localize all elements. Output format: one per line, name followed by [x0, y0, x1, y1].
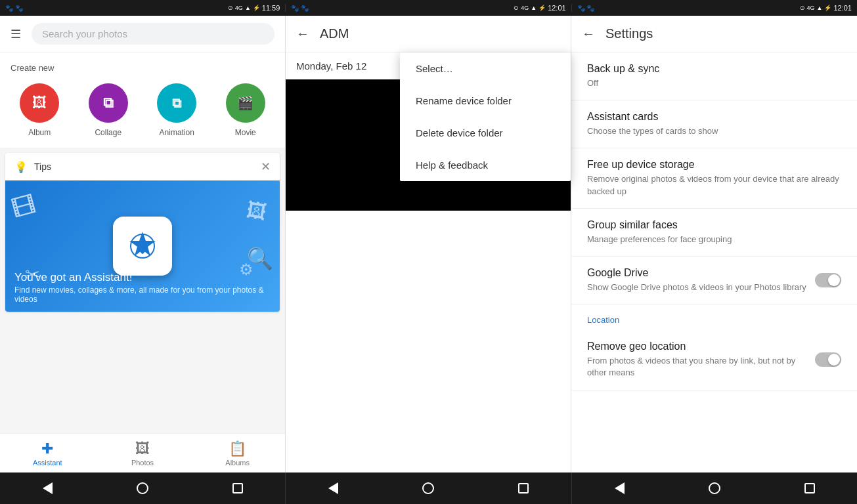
assistant-subtitle: Find new movies, collages & more, all ma… [14, 285, 271, 304]
back-button-settings[interactable]: ← [582, 26, 595, 41]
settings-title: Settings [605, 26, 653, 41]
notification-icons-2: 🐾 🐾 [291, 5, 309, 12]
create-movie-button[interactable]: 🎬 Movie [226, 83, 265, 137]
recents-square-icon-1 [232, 483, 243, 494]
wifi-icon-2: ⊙ [514, 5, 519, 11]
collage-circle-icon: ⧉ [89, 83, 128, 123]
settings-item-geo-location[interactable]: Remove geo location From photos & videos… [571, 330, 857, 390]
main-content: ☰ Search your photos Create new 🖼 Album [0, 16, 857, 472]
settings-list: Back up & sync Off Assistant cards Choos… [571, 52, 857, 472]
panel3-header: ← Settings [571, 16, 857, 52]
back-nav-btn-1[interactable] [37, 478, 57, 498]
close-tips-button[interactable]: ✕ [261, 159, 271, 174]
photos-nav-label: Photos [131, 459, 154, 467]
notification-icons-3: 🐾 🐾 [577, 5, 595, 12]
search-placeholder: Search your photos [42, 28, 127, 39]
back-button-adm[interactable]: ← [296, 26, 309, 41]
back-nav-btn-2[interactable] [324, 478, 343, 498]
settings-item-geo-subtitle: From photos & videos that you share by l… [587, 355, 804, 379]
recents-square-icon-2 [518, 483, 529, 494]
assistant-title: You've got an Assistant! [14, 271, 271, 284]
home-circle-icon-3 [709, 482, 720, 494]
settings-item-backup[interactable]: Back up & sync Off [571, 52, 857, 100]
status-bar-panel1: 🐾 🐾 ⊙ 4G ▲ ⚡ 11:59 [0, 4, 286, 12]
home-nav-btn-2[interactable] [418, 478, 438, 498]
nav-albums[interactable]: 📋 Albums [190, 440, 285, 467]
geo-location-toggle[interactable] [815, 352, 841, 367]
recents-nav-btn-3[interactable] [800, 478, 820, 498]
create-buttons: 🖼 Album ⧉ Collage ⧉ Animat [11, 83, 275, 137]
assistant-star-icon [123, 226, 162, 266]
time-3: 12:01 [833, 4, 852, 12]
back-triangle-icon-2 [328, 482, 338, 494]
home-circle-icon-2 [422, 482, 434, 494]
settings-item-backup-title: Back up & sync [587, 63, 841, 75]
hamburger-menu-icon[interactable]: ☰ [11, 27, 21, 41]
signal-4g-2: 4G [521, 5, 529, 11]
panel1-body: Create new 🖼 Album ⧉ Collage [0, 52, 285, 433]
settings-item-google-drive[interactable]: Google Drive Show Google Drive photos & … [571, 257, 857, 304]
panel1-header: ☰ Search your photos [0, 16, 285, 52]
tips-card-header: 💡 Tips ✕ [5, 153, 280, 180]
context-menu: Select… Rename device folder Delete devi… [400, 52, 571, 181]
notification-icons-1: 🐾 🐾 [5, 5, 23, 12]
settings-item-free-storage[interactable]: Free up device storage Remove original p… [571, 148, 857, 208]
menu-item-help[interactable]: Help & feedback [400, 149, 571, 181]
album-label: Album [28, 128, 51, 137]
menu-item-delete[interactable]: Delete device folder [400, 117, 571, 149]
recents-square-icon-3 [804, 483, 815, 494]
system-nav-bar [0, 472, 857, 504]
panel-settings: ← Settings Back up & sync Off Assistant … [571, 16, 857, 472]
tips-image: 🎞 ✂ 🖼 ⚙ 🔍 You've got an Assistan [5, 180, 280, 312]
menu-item-rename[interactable]: Rename device folder [400, 85, 571, 117]
nav-assistant[interactable]: ✚ Assistant [0, 440, 95, 467]
settings-item-cards-title: Assistant cards [587, 111, 841, 123]
settings-item-drive-subtitle: Show Google Drive photos & videos in you… [587, 282, 806, 293]
create-new-section: Create new 🖼 Album ⧉ Collage [0, 52, 285, 148]
signal-bars-3: ▲ [817, 5, 823, 11]
wifi-icon-1: ⊙ [228, 5, 233, 11]
create-new-title: Create new [11, 63, 275, 73]
photos-deco-icon: 🖼 [245, 199, 268, 224]
settings-item-backup-subtitle: Off [587, 77, 841, 89]
create-collage-button[interactable]: ⧉ Collage [89, 83, 128, 137]
assistant-nav-label: Assistant [33, 459, 62, 467]
status-bar-panel3: 🐾 🐾 ⊙ 4G ▲ ⚡ 12:01 [572, 4, 857, 12]
assistant-nav-icon: ✚ [41, 440, 53, 457]
magnify-deco-icon: 🔍 [247, 246, 273, 271]
settings-section-location: Location [571, 304, 857, 330]
collage-label: Collage [95, 128, 121, 137]
albums-nav-icon: 📋 [229, 440, 246, 457]
bulb-icon: 💡 [14, 161, 28, 173]
signal-4g-3: 4G [807, 5, 815, 11]
assistant-badge [113, 217, 172, 276]
sys-nav-panel3 [572, 472, 857, 504]
recents-nav-btn-2[interactable] [514, 478, 533, 498]
settings-item-storage-subtitle: Remove original photos & videos from you… [587, 173, 841, 197]
nav-photos[interactable]: 🖼 Photos [95, 440, 190, 467]
movie-circle-icon: 🎬 [226, 83, 265, 123]
create-animation-button[interactable]: ⧉ Animation [157, 83, 196, 137]
signal-bars-1: ▲ [245, 5, 251, 11]
settings-item-cards-subtitle: Choose the types of cards to show [587, 125, 841, 137]
settings-item-storage-title: Free up device storage [587, 159, 841, 171]
menu-item-select[interactable]: Select… [400, 52, 571, 85]
google-drive-toggle[interactable] [815, 273, 841, 287]
home-nav-btn-3[interactable] [705, 478, 724, 498]
album-circle-icon: 🖼 [20, 83, 59, 123]
back-triangle-icon-1 [43, 482, 53, 494]
time-2: 12:01 [548, 4, 566, 12]
home-nav-btn-1[interactable] [133, 478, 152, 498]
settings-item-faces-subtitle: Manage preferences for face grouping [587, 234, 841, 245]
search-input[interactable]: Search your photos [32, 23, 275, 45]
back-nav-btn-3[interactable] [609, 478, 629, 498]
animation-label: Animation [160, 128, 194, 137]
movie-label: Movie [235, 128, 256, 137]
recents-nav-btn-1[interactable] [228, 478, 248, 498]
settings-item-assistant-cards[interactable]: Assistant cards Choose the types of card… [571, 100, 857, 148]
settings-item-group-faces[interactable]: Group similar faces Manage preferences f… [571, 209, 857, 257]
signal-bars-2: ▲ [531, 5, 537, 11]
sys-nav-panel1 [0, 472, 286, 504]
home-circle-icon-1 [137, 482, 148, 494]
create-album-button[interactable]: 🖼 Album [20, 83, 59, 137]
